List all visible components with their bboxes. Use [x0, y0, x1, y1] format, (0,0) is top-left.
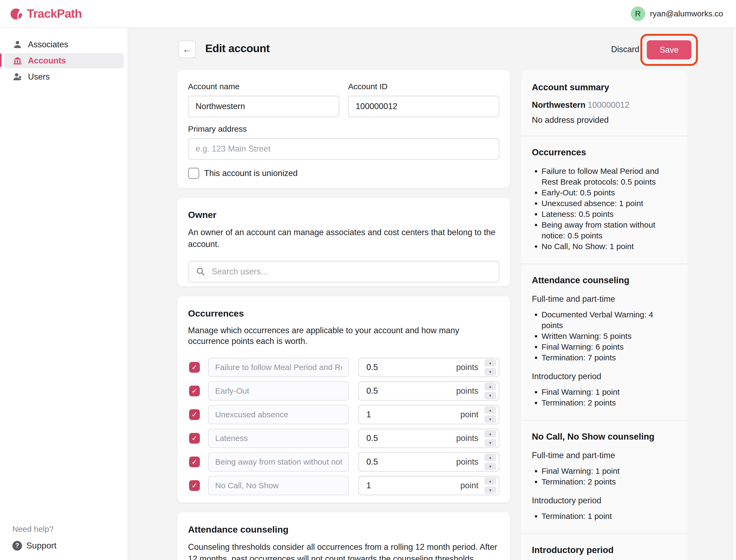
increment-button[interactable]: ▲: [484, 477, 496, 485]
active-indicator: [0, 53, 2, 67]
summary-intro-section: Introductory period 90 days: [521, 534, 688, 560]
occurrence-row: ✓0.5points▲▼: [188, 452, 499, 472]
attendance-counseling-card: Attendance counseling Counseling thresho…: [177, 512, 510, 560]
occurrence-checkbox[interactable]: ✓: [189, 409, 200, 420]
occurrence-points-field[interactable]: 1point▲▼: [358, 405, 499, 424]
account-summary-panel: Account summary Northwestern100000012 No…: [521, 70, 688, 560]
primary-address-label: Primary address: [188, 124, 499, 134]
user-menu[interactable]: R ryan@alumworks.co: [631, 6, 723, 21]
occurrence-row: ✓0.5points▲▼: [188, 358, 499, 377]
check-icon: ✓: [192, 364, 198, 371]
occurrence-checkbox[interactable]: ✓: [189, 457, 200, 467]
summary-bullet: Failure to follow Meal Period and Rest B…: [541, 166, 677, 187]
summary-title: Account summary: [532, 82, 677, 93]
decrement-button[interactable]: ▼: [484, 392, 496, 399]
back-button[interactable]: ←: [178, 41, 196, 58]
summary-bullet: Documented Verbal Warning: 4 points: [541, 309, 677, 331]
account-id-label: Account ID: [348, 82, 499, 91]
user-email: ryan@alumworks.co: [650, 9, 723, 18]
points-unit: points: [456, 457, 478, 467]
help-section: Need help? ? Support: [12, 525, 56, 551]
points-unit: points: [456, 386, 478, 396]
topbar: TrackPath R ryan@alumworks.co: [0, 0, 736, 28]
occurrence-row: ✓1point▲▼: [188, 405, 499, 424]
increment-button[interactable]: ▲: [484, 383, 496, 390]
occurrence-row: ✓1point▲▼: [188, 476, 499, 495]
summary-subheading: Introductory period: [532, 371, 677, 382]
increment-button[interactable]: ▲: [484, 454, 496, 461]
occurrence-points-field[interactable]: 0.5points▲▼: [358, 358, 499, 377]
attendance-counseling-description: Counseling thresholds consider all occur…: [188, 541, 499, 560]
occurrence-name-input[interactable]: [208, 429, 349, 448]
bank-icon: [13, 56, 22, 65]
account-id-input[interactable]: [348, 96, 499, 117]
occurrence-name-input[interactable]: [208, 358, 349, 377]
summary-header-section: Account summary Northwestern100000012 No…: [521, 70, 688, 136]
occurrence-row: ✓0.5points▲▼: [188, 381, 499, 401]
decrement-button[interactable]: ▼: [484, 415, 496, 423]
sidebar-item-label: Associates: [28, 40, 68, 49]
points-value: 0.5: [367, 433, 378, 443]
back-arrow-icon: ←: [183, 44, 192, 55]
summary-bullet: Final Warning: 1 point: [541, 466, 677, 476]
points-unit: point: [460, 410, 478, 419]
search-users-input[interactable]: [188, 261, 499, 282]
summary-list: Final Warning: 1 pointTermination: 2 poi…: [532, 387, 677, 408]
main-content: ← Edit account Discard Save Account name…: [128, 28, 736, 560]
occurrence-points-field[interactable]: 1point▲▼: [358, 476, 499, 495]
sidebar-item-accounts[interactable]: Accounts: [4, 53, 124, 68]
sidebar-item-associates[interactable]: Associates: [4, 37, 124, 52]
decrement-button[interactable]: ▼: [484, 463, 496, 470]
summary-bullet: Unexcused absence: 1 point: [541, 198, 677, 209]
occurrence-name-input[interactable]: [208, 476, 349, 495]
unionized-checkbox-row[interactable]: This account is unionized: [188, 168, 499, 179]
summary-intro-title: Introductory period: [532, 545, 677, 555]
occurrence-points-field[interactable]: 0.5points▲▼: [358, 381, 499, 401]
annotation-highlight-ring: Save: [640, 34, 698, 66]
check-icon: ✓: [192, 411, 198, 418]
occurrence-name-input[interactable]: [208, 381, 349, 401]
increment-button[interactable]: ▲: [484, 359, 496, 367]
avatar: R: [631, 6, 645, 21]
occurrence-rows: ✓0.5points▲▼✓0.5points▲▼✓1point▲▼✓0.5poi…: [188, 358, 499, 495]
points-value: 1: [367, 481, 371, 490]
sidebar-item-users[interactable]: Users: [4, 69, 124, 84]
occurrence-checkbox[interactable]: ✓: [189, 433, 200, 444]
increment-button[interactable]: ▲: [484, 430, 496, 437]
occurrence-checkbox[interactable]: ✓: [189, 362, 200, 373]
decrement-button[interactable]: ▼: [484, 439, 496, 447]
page-title: Edit account: [205, 42, 270, 55]
person-icon: [13, 40, 22, 49]
save-button[interactable]: Save: [647, 40, 691, 59]
increment-button[interactable]: ▲: [484, 406, 496, 414]
primary-address-input[interactable]: [188, 138, 499, 160]
need-help-label: Need help?: [12, 525, 56, 534]
occurrence-points-field[interactable]: 0.5points▲▼: [358, 452, 499, 472]
occurrence-name-input[interactable]: [208, 405, 349, 424]
occurrence-points-field[interactable]: 0.5points▲▼: [358, 429, 499, 448]
occurrence-checkbox[interactable]: ✓: [189, 480, 200, 491]
stepper: ▲▼: [484, 406, 496, 423]
discard-button[interactable]: Discard: [611, 43, 639, 56]
support-label: Support: [26, 541, 56, 551]
check-icon: ✓: [192, 482, 198, 489]
occurrence-checkbox[interactable]: ✓: [189, 386, 200, 396]
summary-subheading: Full-time and part-time: [532, 294, 677, 304]
stepper: ▲▼: [484, 383, 496, 399]
summary-account-name: Northwestern: [532, 100, 586, 110]
support-link[interactable]: ? Support: [12, 541, 56, 551]
sidebar-item-label: Accounts: [28, 56, 66, 66]
points-unit: points: [456, 362, 478, 372]
stepper: ▲▼: [484, 477, 496, 494]
account-name-input[interactable]: [188, 96, 339, 117]
scrollbar[interactable]: [732, 0, 736, 560]
search-icon: [196, 267, 205, 276]
occurrence-name-input[interactable]: [208, 452, 349, 472]
summary-attendance-title: Attendance counseling: [532, 275, 677, 286]
summary-bullet: Written Warning: 5 points: [541, 331, 677, 342]
decrement-button[interactable]: ▼: [484, 486, 496, 494]
summary-occurrences-title: Occurrences: [532, 147, 677, 158]
unionized-checkbox[interactable]: [188, 168, 199, 179]
decrement-button[interactable]: ▼: [484, 368, 496, 376]
summary-account-id: 100000012: [588, 100, 629, 110]
